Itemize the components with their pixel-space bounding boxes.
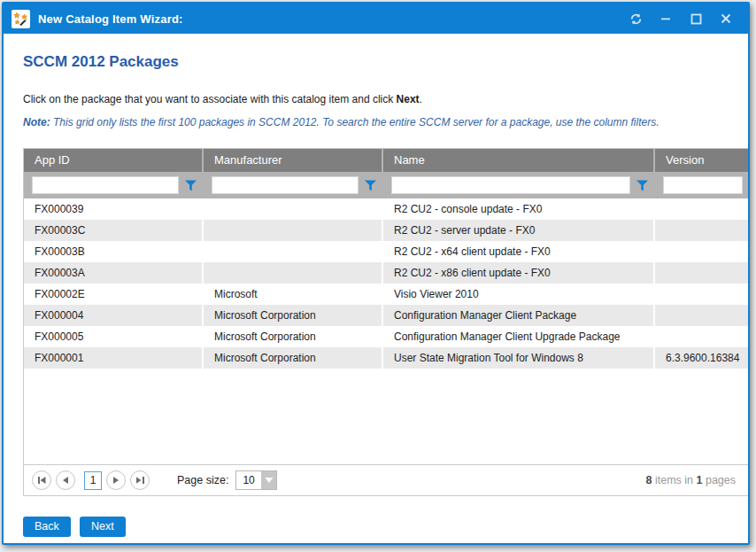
note-label: Note: xyxy=(23,116,50,128)
table-cell: Configuration Manager Client Upgrade Pac… xyxy=(383,326,655,347)
current-page-number[interactable]: 1 xyxy=(84,471,102,490)
table-cell: User State Migration Tool for Windows 8 xyxy=(383,347,655,369)
table-cell: R2 CU2 - x86 client update - FX0 xyxy=(383,262,655,284)
back-button[interactable]: Back xyxy=(23,517,71,537)
grid-filter-row xyxy=(24,172,748,198)
last-page-icon[interactable] xyxy=(130,470,150,490)
funnel-icon[interactable] xyxy=(185,180,197,191)
table-cell xyxy=(655,305,748,326)
page-size-value: 10 xyxy=(236,471,261,489)
table-cell: FX000001 xyxy=(24,347,204,369)
packages-grid: App IDManufacturerNameVersion FX000039R2… xyxy=(23,148,748,496)
instruction-prefix: Click on the package that you want to as… xyxy=(23,93,397,105)
next-page-icon[interactable] xyxy=(106,470,126,490)
table-cell: FX00003C xyxy=(24,220,204,241)
instruction-next-word: Next xyxy=(397,93,420,105)
filter-input[interactable] xyxy=(32,176,179,194)
note-body: This grid only lists the first 100 packa… xyxy=(50,116,660,128)
page-title: SCCM 2012 Packages xyxy=(23,53,179,71)
table-cell: Microsoft Corporation xyxy=(204,347,383,369)
table-cell: R2 CU2 - console update - FX0 xyxy=(383,198,655,220)
column-header[interactable]: Version xyxy=(655,149,748,172)
page-size-label: Page size: xyxy=(177,474,228,486)
table-cell: Visio Viewer 2010 xyxy=(383,284,655,305)
table-row[interactable]: FX000004Microsoft CorporationConfigurati… xyxy=(24,305,748,326)
table-cell: FX000004 xyxy=(24,305,204,326)
table-cell xyxy=(204,220,383,241)
column-header[interactable]: Name xyxy=(383,149,655,172)
next-button[interactable]: Next xyxy=(80,517,126,537)
table-cell xyxy=(655,220,748,241)
table-row[interactable]: FX00003AR2 CU2 - x86 client update - FX0 xyxy=(24,262,748,284)
filter-cell xyxy=(655,176,748,194)
pager-bar: 1 Page size: 10 8 items in 1 pages xyxy=(24,464,748,495)
table-row[interactable]: FX000039R2 CU2 - console update - FX0 xyxy=(24,198,748,220)
previous-page-icon[interactable] xyxy=(56,470,75,490)
table-row[interactable]: FX00003BR2 CU2 - x64 client update - FX0 xyxy=(24,241,748,262)
table-cell: R2 CU2 - x64 client update - FX0 xyxy=(383,241,655,262)
refresh-icon[interactable] xyxy=(624,8,647,29)
table-cell: 6.3.9600.16384 xyxy=(655,347,748,369)
maximize-icon[interactable] xyxy=(684,8,707,29)
first-page-icon[interactable] xyxy=(32,470,51,490)
title-bar: New Catalog Item Wizard: xyxy=(4,4,748,34)
table-cell: FX000005 xyxy=(24,326,204,347)
column-header[interactable]: App ID xyxy=(24,149,204,172)
table-cell: FX000039 xyxy=(24,198,204,220)
table-cell xyxy=(655,198,748,220)
instruction-text: Click on the package that you want to as… xyxy=(23,93,422,105)
table-cell: Microsoft Corporation xyxy=(204,326,383,347)
table-cell xyxy=(204,262,383,284)
table-cell: Microsoft xyxy=(204,284,383,305)
filter-cell xyxy=(24,176,204,194)
table-cell xyxy=(655,326,748,347)
table-cell: Configuration Manager Client Package xyxy=(383,305,655,326)
filter-input[interactable] xyxy=(391,176,630,194)
table-cell: FX00003B xyxy=(24,241,204,262)
instruction-suffix: . xyxy=(420,93,422,105)
table-row[interactable]: FX000001Microsoft CorporationUser State … xyxy=(24,347,748,369)
items-count: 8 xyxy=(646,474,652,486)
column-header[interactable]: Manufacturer xyxy=(204,149,383,172)
table-cell xyxy=(204,198,383,220)
table-row[interactable]: FX000005Microsoft CorporationConfigurati… xyxy=(24,326,748,347)
wizard-dialog: New Catalog Item Wizard: SCCM 2012 Packa… xyxy=(2,2,750,545)
table-cell xyxy=(655,262,748,284)
grid-body: FX000039R2 CU2 - console update - FX0FX0… xyxy=(24,198,748,369)
table-cell xyxy=(655,241,748,262)
funnel-icon[interactable] xyxy=(636,180,648,191)
pages-text: pages xyxy=(702,474,736,486)
table-row[interactable]: FX00002EMicrosoftVisio Viewer 2010 xyxy=(24,284,748,305)
table-cell xyxy=(655,284,748,305)
window-title: New Catalog Item Wizard: xyxy=(38,12,617,26)
filter-cell xyxy=(383,176,655,194)
funnel-icon[interactable] xyxy=(365,180,376,191)
table-row[interactable]: FX00003CR2 CU2 - server update - FX0 xyxy=(24,220,748,241)
items-in-text: items in xyxy=(652,474,697,486)
table-cell: FX00002E xyxy=(24,284,204,305)
filter-cell xyxy=(204,176,383,194)
wizard-stars-icon xyxy=(12,10,30,28)
table-cell: FX00003A xyxy=(24,262,204,284)
table-cell: Microsoft Corporation xyxy=(204,305,383,326)
minimize-icon[interactable] xyxy=(654,8,677,29)
table-cell xyxy=(204,241,383,262)
chevron-down-icon[interactable] xyxy=(261,471,276,489)
grid-empty-area xyxy=(24,369,748,464)
items-count-text: 8 items in 1 pages xyxy=(646,474,737,486)
note-text: Note: This grid only lists the first 100… xyxy=(23,116,660,128)
grid-header-row: App IDManufacturerNameVersion xyxy=(24,149,748,172)
filter-input[interactable] xyxy=(212,176,359,194)
filter-input[interactable] xyxy=(663,176,743,194)
page-size-dropdown[interactable]: 10 xyxy=(235,470,277,490)
close-icon[interactable] xyxy=(714,8,737,29)
table-cell: R2 CU2 - server update - FX0 xyxy=(383,220,655,241)
